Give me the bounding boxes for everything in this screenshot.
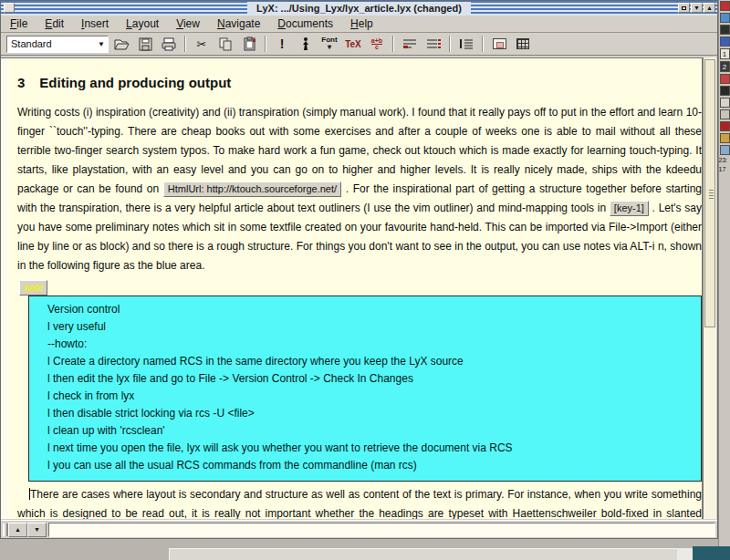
globe-icon[interactable] [720, 13, 730, 23]
iconify-button[interactable] [678, 3, 690, 13]
document-area[interactable]: 3Editing and producing output Writing co… [1, 57, 703, 519]
vertical-scrollbar[interactable] [703, 57, 716, 519]
floppy-icon [139, 37, 152, 51]
copy-button[interactable] [214, 35, 236, 54]
desktop: LyX: .../Using_Lyx/lyx_article.lyx (chan… [0, 0, 730, 560]
media-icon[interactable] [720, 121, 730, 131]
open-button[interactable] [110, 35, 132, 54]
note-line: l you can use all the usual RCS commands… [47, 457, 701, 474]
background-window-corner [693, 546, 730, 560]
paste-button[interactable] [238, 35, 260, 54]
save-button[interactable] [134, 35, 156, 54]
desktop-panel: 1 2 23: 17 [718, 0, 730, 548]
network-icon[interactable] [720, 36, 730, 47]
terminal-icon[interactable] [720, 25, 730, 35]
enumerate-list-button[interactable] [422, 35, 444, 54]
note-area[interactable]: Version control l very useful --howto: l… [28, 296, 702, 482]
note-inset-button[interactable]: note [19, 280, 47, 296]
maximize-button[interactable]: ▼ [691, 3, 703, 13]
menu-insert[interactable]: Insert [81, 17, 109, 30]
desktop-pager-1[interactable]: 1 [720, 48, 730, 59]
exclamation-icon: ! [280, 36, 285, 51]
history-down-button[interactable]: ▼ [27, 523, 47, 537]
note-line: l then edit the lyx file and go to File … [47, 370, 701, 388]
section-heading: 3Editing and producing output [17, 75, 700, 90]
menu-edit[interactable]: Edit [45, 17, 64, 30]
menu-view[interactable]: View [176, 17, 200, 30]
background-window-sliver [677, 548, 694, 560]
toolbar-separator [482, 36, 484, 52]
paragraph-text: There are cases where layout is secondar… [17, 488, 702, 519]
note-line: --howto: [47, 336, 701, 353]
clipboard-icon [243, 36, 256, 51]
folder-icon[interactable] [720, 133, 730, 143]
clock-icon[interactable] [720, 145, 730, 155]
table-grid-icon [516, 38, 529, 49]
camera-icon[interactable] [720, 86, 730, 96]
math-fraction-icon: a+bc [371, 38, 382, 50]
increase-depth-button[interactable] [455, 35, 477, 54]
note-line: l clean up with 'rcsclean' [47, 422, 701, 440]
print-button[interactable] [158, 35, 180, 54]
note-line: l then disable strict locking via rcs -U… [47, 405, 701, 422]
menu-documents[interactable]: Documents [277, 17, 333, 30]
key-inset[interactable]: [key-1] [610, 201, 649, 216]
toolbar: Standard ▼ ✂ ! [1, 33, 717, 56]
menubar: File Edit Insert Layout View Navigate Do… [1, 16, 717, 33]
font-icon: Font▾ [321, 36, 337, 51]
figure-icon [493, 38, 506, 49]
itemize-icon [402, 37, 418, 50]
menu-navigate[interactable]: Navigate [217, 17, 260, 30]
paragraph-style-combo[interactable]: Standard ▼ [6, 36, 109, 53]
note-line: l check in from lyx [47, 388, 701, 405]
shade-button[interactable]: ▲ [704, 3, 715, 13]
noun-style-button[interactable] [295, 35, 317, 54]
app-launcher-icon[interactable] [720, 1, 730, 11]
itemize-list-button[interactable] [399, 35, 421, 54]
editor-icon[interactable] [720, 98, 730, 108]
open-folder-icon [113, 37, 130, 51]
chevron-down-icon: ▼ [95, 40, 108, 48]
indent-icon [458, 37, 474, 50]
tex-mode-button[interactable]: TeX [342, 35, 364, 54]
person-icon [300, 36, 311, 51]
tex-icon: TeX [345, 39, 361, 49]
history-up-button[interactable]: ▲ [8, 523, 27, 537]
insert-table-button[interactable] [512, 35, 534, 54]
math-mode-button[interactable]: a+bc [366, 35, 388, 54]
enumerate-icon [425, 37, 442, 50]
page-margin-strip [1, 58, 8, 519]
panel-clock-time: 23: [719, 157, 730, 164]
heart-icon[interactable] [720, 74, 730, 84]
note-line: l very useful [47, 318, 701, 336]
menu-help[interactable]: Help [350, 17, 373, 30]
window-title: LyX: .../Using_Lyx/lyx_article.lyx (chan… [247, 2, 471, 15]
scissors-icon: ✂ [197, 37, 207, 51]
note-line: l next time you open the file, lyx will … [47, 440, 701, 457]
copy-icon [218, 36, 233, 51]
note-line: l Create a directory named RCS in the sa… [47, 353, 701, 370]
clipboard-tool-icon[interactable] [720, 109, 730, 119]
printer-icon [161, 37, 177, 51]
note-line: Version control [47, 301, 701, 318]
titlebar[interactable]: LyX: .../Using_Lyx/lyx_article.lyx (chan… [1, 1, 717, 16]
menu-layout[interactable]: Layout [126, 17, 159, 30]
free-font-button[interactable]: Font▾ [318, 35, 340, 54]
htmlurl-inset[interactable]: HtmlUrl: http://ktouch.sourceforge.net/ [163, 181, 341, 197]
desktop-pager-2[interactable]: 2 [720, 61, 730, 72]
toolbar-separator [449, 36, 451, 52]
minibuffer-bar: ▲ ▼ [1, 520, 717, 538]
emphasize-button[interactable]: ! [271, 35, 293, 54]
minibuffer-input[interactable] [48, 523, 715, 537]
insert-figure-button[interactable] [488, 35, 510, 54]
lyx-window: LyX: .../Using_Lyx/lyx_article.lyx (chan… [0, 0, 718, 539]
paragraph-style-value: Standard [7, 38, 95, 49]
cut-button[interactable]: ✂ [191, 35, 213, 54]
scrollbar-grip [709, 190, 714, 199]
window-menu-button[interactable] [4, 3, 15, 13]
menu-file[interactable]: File [10, 17, 27, 30]
background-window-edge [169, 548, 680, 560]
section-number: 3 [17, 75, 25, 90]
scrollbar-thumb[interactable] [704, 59, 715, 327]
panel-clock-date: 17 [719, 166, 730, 173]
